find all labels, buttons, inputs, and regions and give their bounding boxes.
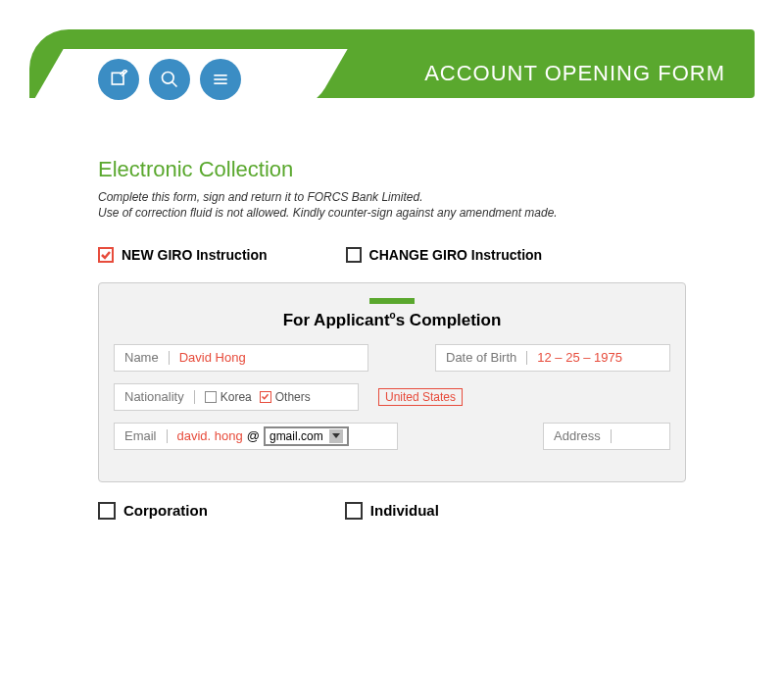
email-value[interactable]: david. hong (177, 428, 243, 443)
panel-title-left: For Applicant (283, 311, 390, 329)
new-giro-label: NEW GIRO Instruction (122, 247, 268, 263)
page-title: ACCOUNT OPENING FORM (424, 61, 725, 86)
section-title: Electronic Collection (98, 157, 686, 182)
email-field: Email david. hong @ gmail.com (114, 423, 398, 450)
name-value: David Hong (179, 350, 246, 365)
email-label: Email (124, 428, 167, 443)
check-icon (100, 249, 112, 261)
menu-icon (211, 70, 230, 89)
separator (169, 351, 170, 365)
corporation-label: Corporation (123, 502, 208, 519)
nationality-label: Nationality (124, 389, 194, 404)
row-name-dob: Name David Hong Date of Birth 12 – 25 – … (114, 344, 670, 372)
korea-label: Korea (220, 390, 252, 404)
toolbar (98, 59, 241, 100)
instructions-line-2: Use of correction fluid is not allowed. … (98, 206, 686, 220)
individual-option: Individual (345, 502, 439, 520)
search-icon (160, 70, 179, 89)
giro-option-row: NEW GIRO Instruction CHANGE GIRO Instruc… (98, 247, 686, 263)
svg-rect-0 (112, 73, 123, 84)
dob-field[interactable]: Date of Birth 12 – 25 – 1975 (435, 344, 670, 372)
others-label: Others (275, 390, 311, 404)
menu-button[interactable] (200, 59, 241, 100)
edit-icon (109, 70, 128, 89)
applicant-panel: For Applicantos Completion Name David Ho… (98, 282, 686, 482)
individual-checkbox[interactable] (345, 502, 363, 520)
svg-point-1 (163, 73, 174, 84)
separator (526, 351, 527, 365)
name-label: Name (124, 350, 169, 365)
others-checkbox[interactable] (260, 391, 271, 403)
name-field[interactable]: Name David Hong (114, 344, 368, 372)
row-nationality: Nationality Korea Others United States (114, 383, 670, 411)
change-giro-checkbox[interactable] (346, 247, 362, 263)
panel-title-right: s Completion (396, 311, 502, 329)
edit-button[interactable] (98, 59, 139, 100)
others-option: Others (260, 390, 311, 404)
dob-label: Date of Birth (446, 350, 526, 365)
korea-option: Korea (205, 390, 252, 404)
dob-value: 12 – 25 – 1975 (537, 350, 622, 365)
separator (611, 429, 612, 443)
new-giro-checkbox[interactable] (98, 247, 114, 263)
row-email-address: Email david. hong @ gmail.com Address (114, 423, 670, 450)
content: Electronic Collection Complete this form… (0, 127, 784, 520)
corporation-option: Corporation (98, 502, 208, 520)
change-giro-label: CHANGE GIRO Instruction (369, 247, 543, 263)
chevron-down-icon (329, 429, 343, 443)
instructions-line-1: Complete this form, sign and return it t… (98, 190, 686, 204)
individual-label: Individual (370, 502, 439, 519)
panel-title: For Applicantos Completion (114, 310, 670, 330)
korea-checkbox[interactable] (205, 391, 217, 403)
address-label: Address (554, 428, 611, 443)
check-icon (261, 392, 270, 401)
others-value-box[interactable]: United States (378, 388, 463, 406)
email-domain-value: gmail.com (270, 429, 323, 443)
search-button[interactable] (149, 59, 190, 100)
nationality-field: Nationality Korea Others (114, 383, 359, 411)
separator (167, 429, 168, 443)
panel-accent-bar (369, 298, 415, 304)
email-domain-select[interactable]: gmail.com (264, 426, 349, 446)
corporation-checkbox[interactable] (98, 502, 116, 520)
new-giro-option: NEW GIRO Instruction (98, 247, 268, 263)
account-type-row: Corporation Individual (98, 502, 686, 520)
at-symbol: @ (247, 428, 260, 443)
header: ACCOUNT OPENING FORM (29, 29, 755, 127)
svg-line-2 (172, 82, 177, 87)
change-giro-option: CHANGE GIRO Instruction (346, 247, 543, 263)
separator (194, 390, 195, 404)
address-field[interactable]: Address (543, 423, 670, 450)
